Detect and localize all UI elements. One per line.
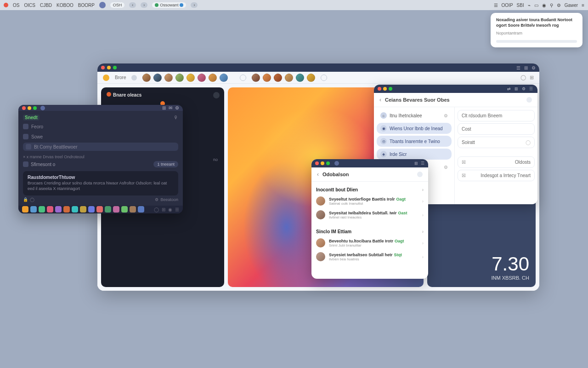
settings-item[interactable]: ◈Irde Sicr: [377, 149, 452, 160]
dock-app-icon[interactable]: [30, 206, 37, 213]
dock-extra-icon[interactable]: ☰: [175, 207, 179, 212]
options-icon[interactable]: [417, 172, 423, 177]
toolbar-icon[interactable]: ⇄: [507, 86, 512, 91]
dock-extra-icon[interactable]: ◉: [168, 207, 172, 212]
toolbar-icon[interactable]: ⚙: [175, 105, 179, 110]
dock-app-icon[interactable]: [80, 206, 86, 213]
avatar[interactable]: [263, 74, 271, 82]
dock-app-icon[interactable]: [130, 206, 136, 213]
mic-icon[interactable]: 🎙: [174, 115, 178, 120]
dock-app-icon[interactable]: [138, 206, 144, 213]
chat-titlebar[interactable]: ⊞ ✉ ⚙: [18, 105, 183, 111]
contacts-titlebar[interactable]: ⊞ ☰: [311, 159, 428, 167]
settings-card[interactable]: ☒Oldosts: [458, 156, 535, 168]
menu-chip[interactable]: OSH: [110, 2, 125, 8]
channel-item[interactable]: Feoro: [23, 122, 178, 131]
settings-item[interactable]: ☼Itnu Ihetnckalee⚙: [377, 110, 452, 121]
dropdown-icon[interactable]: [131, 75, 137, 80]
toolbar-icon[interactable]: ☰: [529, 86, 534, 91]
settings-card[interactable]: Clt rdsodum Bneem: [458, 110, 535, 121]
avatar[interactable]: [198, 74, 206, 82]
contact-row[interactable]: Svyesitat Iwibaltdeira Subttall. IwirOas…: [316, 208, 424, 222]
avatar[interactable]: [164, 74, 173, 82]
settings-card[interactable]: Cost: [458, 123, 535, 135]
maximize-icon[interactable]: [389, 87, 392, 91]
dock-app-icon[interactable]: [72, 206, 78, 213]
toolbar-icon[interactable]: ⚙: [522, 86, 526, 91]
dock-extra-icon[interactable]: ⊞: [162, 207, 165, 212]
menu-tab[interactable]: Ossowant: [152, 2, 186, 8]
join-button[interactable]: 1 tneeant: [153, 161, 178, 167]
toolbar-action-icon[interactable]: ◯: [520, 75, 526, 80]
toolbar-icon[interactable]: ⊞: [162, 105, 166, 110]
status-item[interactable]: Gawer: [565, 3, 578, 8]
avatar[interactable]: [187, 74, 195, 82]
minimize-icon[interactable]: [107, 66, 111, 69]
avatar[interactable]: [307, 74, 315, 82]
contacts-section[interactable]: Inocontt bout Dlien›: [316, 184, 424, 194]
app-icon[interactable]: [103, 75, 109, 81]
sound-icon[interactable]: ◉: [542, 3, 546, 8]
maximize-icon[interactable]: [113, 66, 117, 69]
toolbar-icon[interactable]: ⊞: [514, 86, 519, 91]
contact-row[interactable]: Beveohtu tu.ltocibara Battle IrotrOagtSr…: [316, 236, 424, 250]
control-center-icon[interactable]: ⚙: [557, 3, 561, 8]
dock-app-icon[interactable]: [55, 206, 62, 213]
server-name[interactable]: Snedt: [23, 115, 40, 121]
dock-app-icon[interactable]: [63, 206, 70, 213]
search-icon[interactable]: ⚲: [550, 3, 553, 8]
avatar[interactable]: [175, 74, 184, 82]
avatar[interactable]: [252, 74, 260, 82]
menu-item[interactable]: OS: [13, 3, 19, 8]
menu-item[interactable]: CJBD: [40, 3, 52, 8]
toolbar-icon[interactable]: ✉: [169, 105, 172, 110]
minimize-icon[interactable]: [28, 106, 31, 110]
close-icon[interactable]: [378, 87, 381, 91]
close-icon[interactable]: [22, 106, 26, 110]
nav-more[interactable]: ›: [191, 2, 198, 8]
settings-card[interactable]: ☒Indesgot a Irrtecy Tneart: [458, 170, 535, 181]
dock-app-icon[interactable]: [22, 206, 28, 213]
dock-app-icon[interactable]: [39, 206, 45, 213]
dock-app-icon[interactable]: [88, 206, 95, 213]
dock-app-icon[interactable]: [113, 206, 119, 213]
minimize-icon[interactable]: [383, 87, 387, 91]
menu-item[interactable]: BOORP: [78, 3, 95, 8]
info-icon[interactable]: [526, 97, 532, 103]
contact-row[interactable]: Svyesiet Iwrbaltseo Subttall hetrStqtIiv…: [316, 250, 424, 264]
dock-app-icon[interactable]: [96, 206, 103, 213]
avatar[interactable]: [209, 74, 217, 82]
apple-icon[interactable]: [4, 3, 8, 7]
avatar[interactable]: [220, 74, 228, 82]
channel-item[interactable]: Sowe: [23, 132, 178, 141]
menu-item[interactable]: KOBOO: [57, 3, 74, 8]
message-author[interactable]: RaustdometorThtuow: [28, 175, 174, 180]
back-icon[interactable]: ‹: [379, 97, 381, 103]
settings-item[interactable]: ◉Wiens Unor lbnb de Inead: [377, 123, 452, 134]
wifi-icon[interactable]: ⌁: [528, 3, 531, 8]
dock-app-icon[interactable]: [47, 206, 53, 213]
settings-card[interactable]: Soiratt◯: [458, 137, 535, 148]
avatar[interactable]: [274, 74, 282, 82]
menu-item[interactable]: OICS: [24, 3, 35, 8]
status-item[interactable]: SBI: [517, 3, 524, 8]
channel-item-active[interactable]: Bt Corny Beattlewoer: [23, 143, 178, 151]
status-item[interactable]: ☰: [494, 3, 498, 8]
battery-icon[interactable]: ▭: [534, 3, 538, 8]
avatar[interactable]: [285, 74, 293, 82]
avatar[interactable]: [142, 74, 151, 82]
toolbar-icon[interactable]: ⊞: [524, 65, 528, 70]
settings-icon[interactable]: ⚙: [155, 197, 158, 202]
maximize-icon[interactable]: [326, 161, 330, 165]
avatar[interactable]: [153, 74, 162, 82]
toolbar-icon[interactable]: ⚙: [531, 65, 536, 70]
menu-icon[interactable]: ≡: [582, 3, 584, 8]
toolbar-icon[interactable]: ☰: [516, 65, 520, 70]
toolbar-action-icon[interactable]: ⊞: [530, 75, 534, 80]
dock-app-icon[interactable]: [121, 206, 128, 213]
minimize-icon[interactable]: [321, 161, 324, 165]
toolbar-icon[interactable]: ☰: [421, 161, 424, 166]
window-titlebar[interactable]: ☰ ⊞ ⚙: [97, 63, 539, 72]
settings-titlebar[interactable]: ⇄ ⊞ ⚙ ☰: [374, 85, 537, 93]
nav-next[interactable]: ›: [141, 2, 147, 8]
